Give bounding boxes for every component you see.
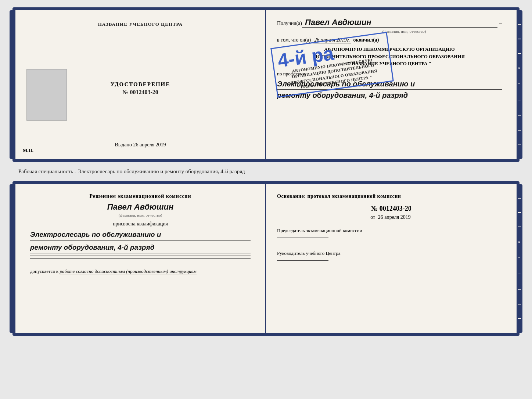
rukovoditel-block: Руководитель учебного Центра — [277, 250, 506, 262]
poluchil-line: Получил(а) Павел Авдюшин – — [277, 18, 502, 28]
vtom-date: 26 апреля 2019г. — [313, 37, 351, 43]
bottom-left-spine — [10, 184, 15, 333]
rukovoditel-label: Руководитель учебного Центра — [277, 250, 506, 256]
predsedatel-sign — [277, 238, 328, 238]
edge-mark-3 — [518, 53, 521, 54]
middle-text: Рабочая специальность - Электрослесарь п… — [18, 167, 514, 176]
separator-3 — [30, 261, 251, 261]
left-spine — [10, 10, 15, 159]
bottom-document: Решением экзаменационной комиссии Павел … — [12, 181, 520, 336]
person-name-bottom: Павел Авдюшин — [30, 202, 251, 212]
predsedatel-block: Председатель экзаменационной комиссии — [277, 228, 506, 239]
edge-mark-5 — [518, 130, 521, 131]
kvalifikaciya-line2: ремонту оборудования, 4-й разряд — [30, 242, 251, 253]
top-document: НАЗВАНИЕ УЧЕБНОГО ЦЕНТРА УДОСТОВЕРЕНИЕ №… — [12, 7, 520, 162]
resheniem-title: Решением экзаменационной комиссии — [30, 193, 251, 199]
edge-text-arrow: ← — [518, 98, 521, 102]
fio-hint-top: (фамилия, имя, отчество) — [306, 29, 502, 33]
bottom-edge-mark-6 — [518, 318, 521, 319]
institution-title-top: НАЗВАНИЕ УЧЕБНОГО ЦЕНТРА — [98, 21, 183, 27]
org-line2: ДОПОЛНИТЕЛЬНОГО ПРОФЕССИОНАЛЬНОГО ОБРАЗО… — [277, 53, 502, 60]
edge-mark-6 — [518, 145, 521, 145]
right-edge-bottom: и а ← — [517, 184, 522, 333]
okonchil-label: окончил(а) — [353, 37, 379, 43]
edge-mark-2 — [518, 39, 521, 39]
edge-mark-1 — [518, 24, 521, 25]
dopuskaetsya-text: работе согласно должностным (производств… — [60, 268, 196, 274]
vydano-block: Выдано 26 апреля 2019 — [115, 142, 166, 148]
photo-placeholder — [26, 69, 67, 121]
vtom-label: в том, что он(а) — [277, 37, 311, 43]
udost-block: УДОСТОВЕРЕНИЕ № 0012403-20 — [111, 81, 170, 96]
prisvoena-label: присвоена квалификация — [30, 221, 251, 227]
bottom-edge-mark-1 — [518, 198, 521, 199]
separator-2 — [30, 258, 251, 259]
bottom-edge-mark-2 — [518, 212, 521, 213]
poluchil-dash: – — [499, 21, 502, 26]
org-name-block: АВТОНОМНУЮ НЕКОММЕРЧЕСКУЮ ОРГАНИЗАЦИЮ ДО… — [277, 46, 502, 67]
edge-text-i: и — [518, 67, 521, 69]
page-wrapper: НАЗВАНИЕ УЧЕБНОГО ЦЕНТРА УДОСТОВЕРЕНИЕ №… — [7, 7, 525, 336]
ot-label: от — [370, 214, 375, 220]
fio-hint-bottom: (фамилия, имя, отчество) — [30, 213, 251, 217]
bottom-edge-text-a: а — [518, 257, 521, 258]
kvalifikaciya-line1: Электрослесарь по обслуживанию и — [30, 229, 251, 241]
bottom-edge-mark-4 — [518, 289, 521, 290]
vydano-date: 26 апреля 2019 — [133, 142, 166, 148]
ot-date: 26 апреля 2019 — [377, 214, 412, 220]
vydano-label: Выдано — [115, 142, 132, 147]
bottom-edge-text-arrow: ← — [518, 272, 521, 275]
top-doc-left-page: НАЗВАНИЕ УЧЕБНОГО ЦЕНТРА УДОСТОВЕРЕНИЕ №… — [15, 10, 266, 159]
vtom-line: в том, что он(а) 26 апреля 2019г. окончи… — [277, 37, 502, 43]
professiya-line1: Электрослесарь по обслуживанию и — [277, 78, 502, 90]
person-name-top: Павел Авдюшин — [302, 18, 497, 28]
bottom-doc-left-page: Решением экзаменационной комиссии Павел … — [15, 184, 266, 333]
bottom-edge-mark-3 — [518, 227, 521, 227]
poluchil-label: Получил(а) — [277, 21, 302, 26]
edge-mark-4 — [518, 115, 521, 116]
bottom-edge-mark-5 — [518, 304, 521, 304]
udost-label: УДОСТОВЕРЕНИЕ — [111, 81, 170, 88]
org-line1: АВТОНОМНУЮ НЕКОММЕРЧЕСКУЮ ОРГАНИЗАЦИЮ — [277, 46, 502, 53]
protocol-number: № 0012403-20 — [277, 205, 506, 213]
dopuskaetsya-label: допускается к — [30, 268, 58, 274]
predsedatel-label: Председатель экзаменационной комиссии — [277, 228, 506, 234]
mp-label: М.П. — [23, 147, 33, 153]
top-doc-right-page: Получил(а) Павел Авдюшин – (фамилия, имя… — [266, 10, 517, 159]
professiya-line2: ремонту оборудования, 4-й разряд — [277, 90, 502, 101]
org-line3: " НАЗВАНИЕ УЧЕБНОГО ЦЕНТРА " — [277, 60, 502, 67]
separator-1 — [30, 256, 251, 256]
ot-line: от 26 апреля 2019 — [277, 214, 506, 220]
po-professii-label: по профессии — [277, 71, 502, 77]
rukovoditel-sign — [277, 260, 328, 261]
bottom-doc-right-page: Основание: протокол экзаменационной коми… — [266, 184, 517, 333]
dopuskaetsya-block: допускается к работе согласно должностны… — [30, 268, 251, 274]
osnovanie-title: Основание: протокол экзаменационной коми… — [277, 193, 506, 199]
edge-text-a: а — [518, 83, 521, 84]
right-edge-top: и а ← — [517, 10, 522, 159]
bottom-edge-text-i: и — [518, 241, 521, 243]
udost-number: № 0012403-20 — [111, 89, 170, 96]
